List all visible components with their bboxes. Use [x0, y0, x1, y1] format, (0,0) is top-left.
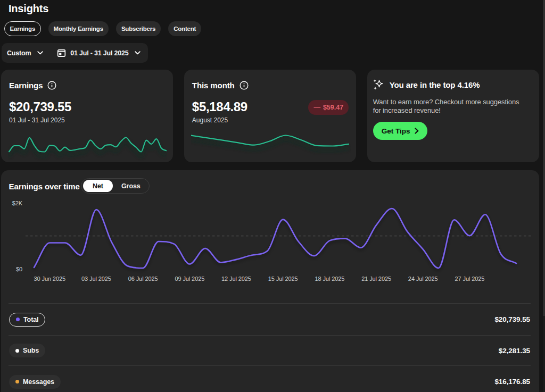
tab-content[interactable]: Content	[168, 21, 201, 36]
this-month-sparkline	[191, 131, 351, 161]
legend-value-total: $20,739.55	[494, 315, 530, 323]
this-month-period: August 2025	[192, 116, 228, 124]
chevron-right-icon	[415, 128, 419, 134]
orange-dot-icon	[15, 380, 19, 383]
get-tips-label: Get Tips	[382, 127, 410, 135]
earnings-period: 01 Jul - 31 Jul 2025	[9, 116, 65, 124]
svg-text:27 Jul 2025: 27 Jul 2025	[455, 276, 485, 282]
this-month-card: This month $5,184.89 — $59.47 August 202…	[184, 70, 356, 162]
legend-value-subs: $2,281.35	[499, 347, 530, 355]
svg-text:12 Jul 2025: 12 Jul 2025	[221, 276, 251, 282]
legend-pill-subs[interactable]: Subs	[9, 344, 45, 357]
earnings-over-time-card: $2K$030 Jun 202503 Jul 202506 Jul 202509…	[1, 170, 539, 392]
date-range-value[interactable]: 01 Jul - 31 Jul 2025	[70, 49, 128, 57]
legend-value-messages: $16,176.85	[494, 378, 530, 386]
chevron-down-icon	[37, 51, 43, 55]
tab-monthly-earnings[interactable]: Monthly Earnings	[48, 21, 109, 36]
earnings-card: Earnings $20,739.55 01 Jul - 31 Jul 2025	[1, 70, 173, 162]
earnings-card-title: Earnings	[9, 81, 43, 90]
info-icon[interactable]	[240, 81, 249, 90]
calendar-icon	[57, 48, 66, 57]
svg-text:06 Jul 2025: 06 Jul 2025	[128, 276, 158, 282]
purple-dot-icon	[16, 318, 20, 321]
svg-text:15 Jul 2025: 15 Jul 2025	[268, 276, 298, 282]
insights-page: Insights Earnings Monthly Earnings Subsc…	[0, 0, 545, 392]
svg-text:24 Jul 2025: 24 Jul 2025	[408, 276, 438, 282]
tips-title: You are in the top 4.16%	[390, 80, 480, 89]
get-tips-button[interactable]: Get Tips	[373, 122, 428, 140]
legend-row-total: Total $20,739.55	[9, 303, 531, 335]
page-title: Insights	[9, 3, 48, 15]
negative-change-badge: — $59.47	[308, 100, 349, 115]
legend-label: Messages	[23, 378, 54, 386]
this-month-value: $5,184.89	[192, 99, 247, 114]
tab-earnings[interactable]: Earnings	[4, 21, 41, 36]
this-month-card-title: This month	[192, 81, 235, 90]
tips-card: You are in the top 4.16% Want to earn mo…	[367, 70, 539, 162]
svg-text:$0: $0	[16, 266, 22, 272]
net-gross-toggle: Net Gross	[81, 178, 150, 194]
minus-icon: —	[313, 104, 320, 111]
summary-cards-row: Earnings $20,739.55 01 Jul - 31 Jul 2025…	[1, 70, 539, 162]
legend-label: Subs	[23, 347, 39, 354]
tab-subscribers[interactable]: Subscribers	[116, 21, 161, 36]
legend-pill-messages[interactable]: Messages	[9, 375, 61, 389]
svg-text:03 Jul 2025: 03 Jul 2025	[81, 276, 111, 282]
earnings-total-value: $20,739.55	[9, 99, 71, 114]
legend-label: Total	[23, 316, 38, 323]
scrollbar-thumb[interactable]	[543, 0, 545, 316]
svg-text:21 Jul 2025: 21 Jul 2025	[361, 276, 391, 282]
chart-title: Earnings over time	[9, 182, 80, 191]
svg-text:30 Jun 2025: 30 Jun 2025	[34, 276, 65, 282]
earnings-sparkline	[8, 131, 167, 161]
range-type-dropdown[interactable]: Custom	[7, 49, 31, 57]
legend-rows: Total $20,739.55 Subs $2,281.35 Messages…	[9, 303, 531, 392]
legend-row-messages: Messages $16,176.85	[9, 365, 531, 392]
sparkle-icon	[373, 79, 384, 90]
toggle-gross[interactable]: Gross	[113, 180, 149, 192]
tips-body: Want to earn more? Checkout more suggest…	[373, 98, 523, 115]
date-filter-bar[interactable]: Custom 01 Jul - 31 Jul 2025	[2, 43, 148, 63]
svg-text:09 Jul 2025: 09 Jul 2025	[175, 276, 204, 282]
svg-text:$2K: $2K	[12, 200, 23, 206]
white-dot-icon	[15, 349, 19, 353]
negative-change-value: $59.47	[323, 104, 343, 111]
toggle-net[interactable]: Net	[83, 180, 113, 192]
insights-tabs: Earnings Monthly Earnings Subscribers Co…	[4, 21, 201, 36]
legend-row-subs: Subs $2,281.35	[9, 335, 531, 365]
chevron-down-icon	[135, 51, 141, 55]
info-icon[interactable]	[47, 81, 56, 90]
legend-pill-total[interactable]: Total	[9, 313, 45, 327]
svg-text:18 Jul 2025: 18 Jul 2025	[315, 276, 344, 282]
